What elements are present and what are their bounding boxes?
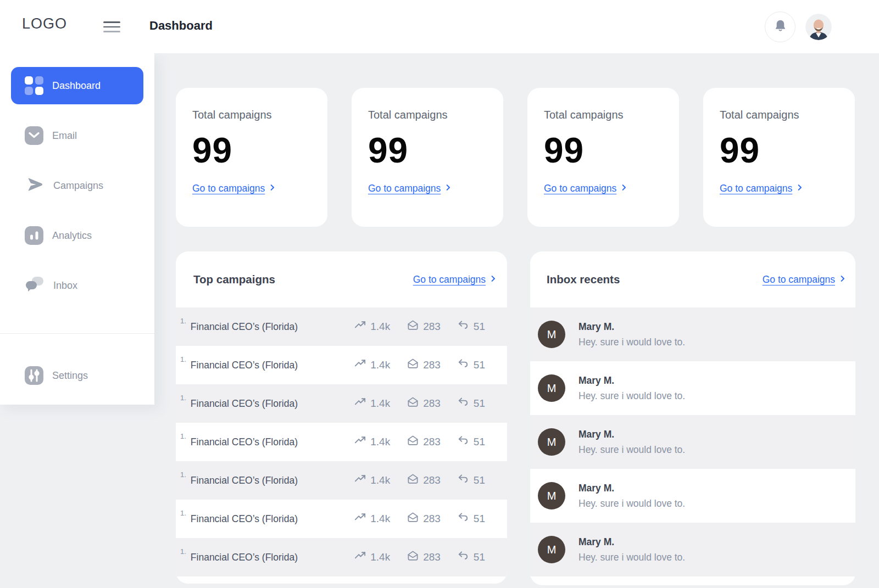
sidebar-item-settings[interactable]: Settings — [11, 357, 143, 394]
card-value: 99 — [720, 130, 838, 171]
sidebar-item-inbox[interactable]: Inbox — [11, 267, 143, 304]
total-campaigns-card: Total campaigns 99 Go to campaigns — [352, 88, 503, 227]
go-to-campaigns-link[interactable]: Go to campaigns — [192, 183, 276, 194]
chevron-right-icon — [489, 274, 497, 285]
campaign-row[interactable]: 1. Financial CEO’s (Florida) 1.4k — [176, 538, 507, 576]
inbox-recents-list: M Mary M. Hey. sure i would love to. M M… — [530, 307, 855, 576]
campaign-stats: 1.4k 283 — [354, 319, 485, 334]
sidebar-item-dashboard[interactable]: Dashboard — [11, 67, 143, 104]
message-preview: Hey. sure i would love to. — [578, 337, 685, 348]
reply-icon — [457, 473, 470, 488]
campaign-row[interactable]: 1. Financial CEO’s (Florida) 1.4k — [176, 461, 507, 500]
opens-stat: 283 — [407, 319, 441, 334]
reply-icon — [457, 511, 470, 527]
sender-name: Mary M. — [578, 375, 685, 387]
campaign-rank: 1. — [180, 432, 186, 440]
app-header: LOGO Dashboard — [0, 0, 879, 53]
message-text-block: Mary M. Hey. sure i would love to. — [578, 375, 685, 402]
card-title: Total campaigns — [720, 109, 838, 121]
chevron-right-icon — [795, 183, 804, 194]
top-campaigns-list: 1. Financial CEO’s (Florida) 1.4k — [176, 307, 507, 576]
send-icon — [25, 175, 44, 197]
card-title: Total campaigns — [544, 109, 663, 121]
inbox-message-row[interactable]: M Mary M. Hey. sure i would love to. — [530, 415, 855, 469]
chevron-right-icon — [620, 183, 628, 194]
total-campaigns-card: Total campaigns 99 Go to campaigns — [703, 88, 855, 227]
mail-open-icon — [407, 511, 419, 527]
mail-open-icon — [407, 473, 419, 488]
campaign-row[interactable]: 1. Financial CEO’s (Florida) 1.4k — [176, 423, 507, 461]
campaign-row[interactable]: 1. Financial CEO’s (Florida) 1.4k — [176, 384, 507, 423]
replies-stat: 51 — [457, 511, 485, 527]
sidebar-item-label: Campaigns — [53, 180, 103, 192]
replies-stat: 51 — [457, 473, 485, 488]
sender-name: Mary M. — [578, 536, 685, 548]
go-to-campaigns-link[interactable]: Go to campaigns — [413, 274, 497, 285]
campaign-stats: 1.4k 283 — [354, 473, 485, 488]
reply-icon — [457, 319, 470, 334]
sidebar-item-label: Inbox — [53, 280, 77, 292]
sidebar-item-label: Email — [52, 130, 77, 142]
campaign-row[interactable]: 1. Financial CEO’s (Florida) 1.4k — [176, 307, 507, 346]
top-campaigns-panel: Top campaigns Go to campaigns 1. Financi… — [176, 251, 507, 584]
panel-title: Top campaigns — [193, 273, 275, 286]
sender-avatar: M — [538, 536, 565, 563]
reply-icon — [457, 396, 470, 411]
chat-bubbles-icon — [25, 275, 44, 296]
sidebar-item-analytics[interactable]: Analytics — [11, 217, 143, 254]
replies-stat: 51 — [457, 434, 485, 450]
campaign-rank: 1. — [180, 394, 186, 402]
card-value: 99 — [544, 130, 663, 171]
reply-icon — [457, 550, 470, 565]
bottom-section: Top campaigns Go to campaigns 1. Financi… — [176, 251, 855, 585]
chevron-right-icon — [268, 183, 276, 194]
notifications-button[interactable] — [765, 12, 795, 42]
message-preview: Hey. sure i would love to. — [578, 444, 685, 456]
sender-name: Mary M. — [578, 321, 685, 333]
campaign-stats: 1.4k 283 — [354, 357, 485, 373]
campaign-name: Financial CEO’s (Florida) — [191, 475, 298, 486]
go-to-campaigns-link[interactable]: Go to campaigns — [544, 183, 628, 194]
campaign-name: Financial CEO’s (Florida) — [191, 513, 298, 525]
user-avatar[interactable] — [805, 14, 832, 40]
sidebar-item-campaigns[interactable]: Campaigns — [11, 167, 143, 204]
go-to-campaigns-link[interactable]: Go to campaigns — [368, 183, 452, 194]
trending-up-icon — [354, 550, 366, 565]
campaign-stats: 1.4k 283 — [354, 511, 485, 527]
reply-icon — [457, 357, 470, 373]
sender-avatar: M — [538, 321, 565, 348]
campaign-rank: 1. — [180, 471, 186, 479]
opens-stat: 283 — [407, 357, 441, 373]
inbox-message-row[interactable]: M Mary M. Hey. sure i would love to. — [530, 361, 855, 415]
inbox-message-row[interactable]: M Mary M. Hey. sure i would love to. — [530, 523, 855, 576]
trending-up-icon — [354, 511, 366, 527]
inbox-message-row[interactable]: M Mary M. Hey. sure i would love to. — [530, 469, 855, 523]
inbox-message-row[interactable]: M Mary M. Hey. sure i would love to. — [530, 307, 855, 361]
replies-stat: 51 — [457, 396, 485, 411]
go-to-campaigns-link[interactable]: Go to campaigns — [720, 183, 804, 194]
trending-up-icon — [354, 473, 366, 488]
mail-open-icon — [407, 357, 419, 373]
go-to-campaigns-link[interactable]: Go to campaigns — [763, 274, 847, 285]
stat-cards-row: Total campaigns 99 Go to campaigns Total… — [176, 88, 855, 227]
campaign-row[interactable]: 1. Financial CEO’s (Florida) 1.4k — [176, 500, 507, 538]
trending-up-icon — [354, 434, 366, 450]
campaign-name: Financial CEO’s (Florida) — [191, 321, 298, 333]
sidebar-item-label: Analytics — [52, 230, 92, 242]
inbox-recents-header: Inbox recents Go to campaigns — [530, 251, 855, 307]
inbox-recents-panel: Inbox recents Go to campaigns M Mary M. … — [530, 251, 855, 585]
sender-avatar: M — [538, 482, 565, 509]
message-text-block: Mary M. Hey. sure i would love to. — [578, 536, 685, 563]
opens-stat: 283 — [407, 550, 441, 565]
chevron-right-icon — [838, 274, 847, 285]
clicks-stat: 1.4k — [354, 550, 390, 565]
sender-avatar: M — [538, 428, 565, 456]
campaign-name: Financial CEO’s (Florida) — [191, 552, 298, 563]
sidebar-item-email[interactable]: Email — [11, 117, 143, 154]
message-preview: Hey. sure i would love to. — [578, 390, 685, 402]
sidebar-item-label: Dashboard — [52, 80, 101, 92]
total-campaigns-card: Total campaigns 99 Go to campaigns — [527, 88, 679, 227]
campaign-name: Financial CEO’s (Florida) — [191, 436, 298, 448]
campaign-row[interactable]: 1. Financial CEO’s (Florida) 1.4k — [176, 346, 507, 384]
hamburger-menu-icon[interactable] — [103, 21, 120, 32]
